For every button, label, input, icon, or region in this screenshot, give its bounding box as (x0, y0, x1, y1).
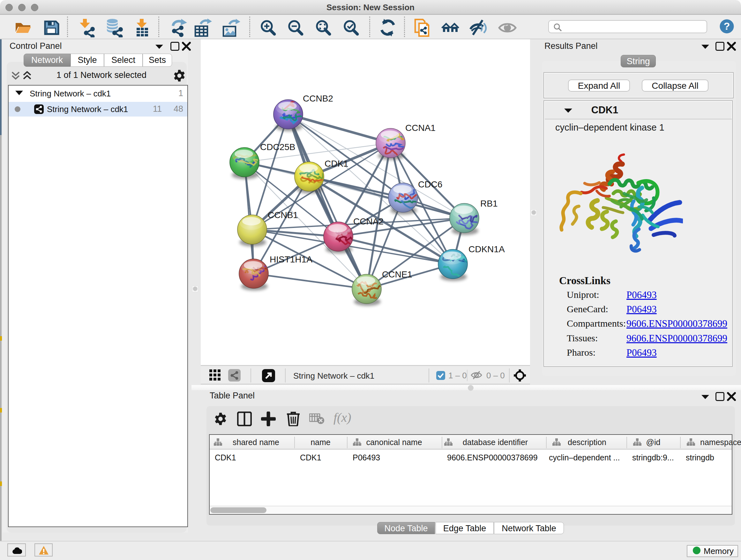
svg-text:CCNA2: CCNA2 (353, 216, 384, 226)
svg-text:CDK1: CDK1 (325, 159, 348, 169)
svg-text:CCNE1: CCNE1 (382, 269, 412, 279)
svg-text:CDKN1A: CDKN1A (468, 244, 505, 254)
svg-text:CCNB1: CCNB1 (268, 210, 298, 220)
svg-text:CDC6: CDC6 (418, 179, 442, 189)
svg-text:?: ? (724, 20, 730, 32)
svg-text:CCNA1: CCNA1 (405, 123, 435, 133)
svg-text:CCNB2: CCNB2 (303, 94, 333, 104)
svg-text:HIST1H1A: HIST1H1A (270, 254, 313, 264)
svg-text:CDC25B: CDC25B (260, 142, 295, 152)
svg-text:RB1: RB1 (480, 199, 497, 208)
